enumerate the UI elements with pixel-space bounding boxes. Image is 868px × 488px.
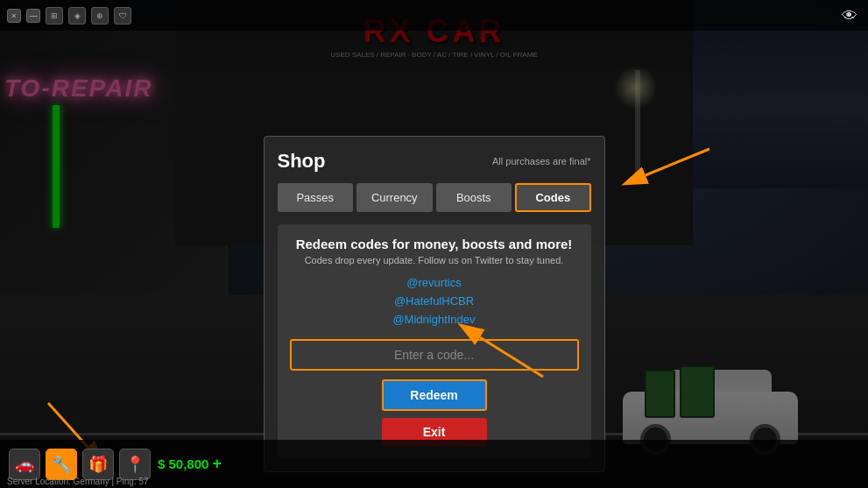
- currency-amount: $ 50,800: [158, 456, 208, 471]
- roblox-icon-1: ⊞: [46, 7, 63, 25]
- server-info: Server Location: Germany | Ping: 57: [7, 477, 149, 486]
- roblox-icon-2: ◈: [68, 7, 86, 25]
- map-icon-button[interactable]: 📍: [119, 449, 151, 480]
- twitter-handle-3[interactable]: @MidnightIndev: [290, 311, 579, 329]
- shop-title: Shop: [278, 150, 326, 173]
- twitter-handle-2[interactable]: @HatefulHCBR: [290, 293, 579, 311]
- shop-modal: Shop All purchases are final* Passes Cur…: [264, 136, 605, 472]
- redeem-subtitle: Codes drop every update. Follow us on Tw…: [290, 255, 579, 265]
- code-input[interactable]: [290, 339, 579, 371]
- shop-header: Shop All purchases are final*: [278, 150, 591, 173]
- car-icon-button[interactable]: 🚗: [9, 449, 40, 480]
- twitter-handles: @revurtics @HatefulHCBR @MidnightIndev: [290, 274, 579, 329]
- roblox-icon-4: 🛡: [114, 7, 131, 25]
- shop-tabs: Passes Currency Boosts Codes: [278, 183, 591, 212]
- eye-icon: 👁: [842, 7, 857, 25]
- tab-codes[interactable]: Codes: [515, 183, 591, 212]
- bottom-bar: 🚗 🔧 🎁 📍 $ 50,800 + Server Location: Germ…: [0, 440, 868, 488]
- tab-currency[interactable]: Currency: [356, 183, 433, 212]
- currency-display: $ 50,800 +: [158, 455, 222, 473]
- redeem-button[interactable]: Redeem: [382, 379, 487, 411]
- bottom-icons: 🚗 🔧 🎁 📍: [9, 449, 151, 480]
- top-bar: × — ⊞ ◈ ⊕ 🛡 👁: [0, 0, 868, 31]
- currency-plus-button[interactable]: +: [212, 455, 222, 473]
- minimize-button[interactable]: —: [26, 9, 40, 23]
- redeem-title: Redeem codes for money, boosts and more!: [290, 237, 579, 251]
- roblox-icon-3: ⊕: [91, 7, 109, 25]
- wrench-icon-button[interactable]: 🔧: [46, 449, 77, 480]
- final-notice: All purchases are final*: [492, 156, 591, 166]
- close-button[interactable]: ×: [7, 9, 21, 23]
- codes-panel: Redeem codes for money, boosts and more!…: [278, 224, 591, 458]
- tab-passes[interactable]: Passes: [278, 183, 354, 212]
- twitter-handle-1[interactable]: @revurtics: [290, 274, 579, 293]
- gift-icon-button[interactable]: 🎁: [82, 449, 114, 480]
- tab-boosts[interactable]: Boosts: [436, 183, 512, 212]
